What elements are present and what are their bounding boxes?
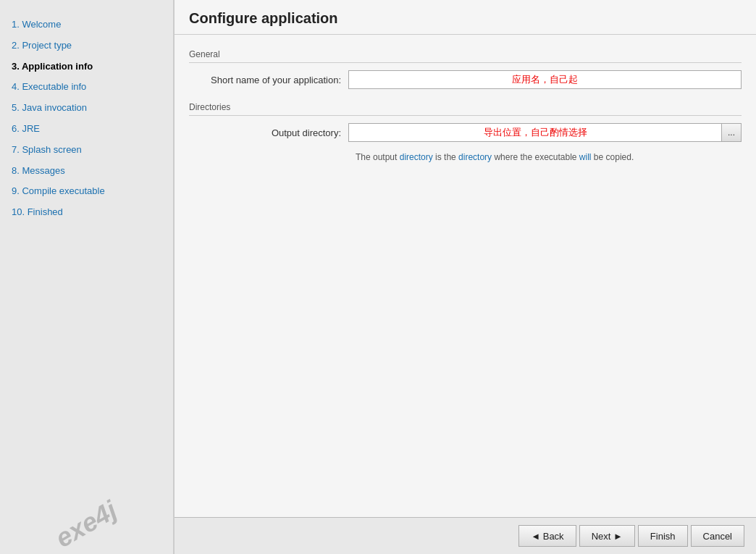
page-title: Configure application [189,10,742,27]
output-dir-hint: The output directory is the directory wh… [356,152,742,162]
cancel-button[interactable]: Cancel [691,525,744,547]
hint-text-part4: be copied. [592,152,634,162]
directories-section: Directories Output directory: ... The ou… [189,102,742,162]
directories-section-label: Directories [189,102,742,116]
sidebar-item-splash-screen[interactable]: 7. Splash screen [7,140,166,161]
hint-text-part2: is the [433,152,458,162]
hint-text-part1: The output [356,152,400,162]
sidebar-item-messages[interactable]: 8. Messages [7,161,166,182]
sidebar-logo: exe4j [0,502,173,547]
sidebar-item-finished[interactable]: 10. Finished [7,202,166,223]
footer-bar: ◄ Back Next ► Finish Cancel [175,517,756,554]
general-section: General Short name of your application: [189,49,742,89]
sidebar: 1. Welcome2. Project type3. Application … [0,0,174,554]
browse-button[interactable]: ... [721,123,742,142]
back-button[interactable]: ◄ Back [518,525,576,547]
sidebar-item-executable-info[interactable]: 4. Executable info [7,77,166,98]
short-name-input[interactable] [348,70,742,89]
sidebar-item-compile-executable[interactable]: 9. Compile executable [7,181,166,202]
content-body: General Short name of your application: … [175,35,756,517]
logo-text: exe4j [51,495,122,553]
sidebar-item-welcome[interactable]: 1. Welcome [7,14,166,35]
sidebar-item-application-info[interactable]: 3. Application info [7,56,166,77]
hint-link-directory2: directory [458,152,492,162]
short-name-label: Short name of your application: [189,75,348,85]
sidebar-item-jre[interactable]: 6. JRE [7,119,166,140]
short-name-row: Short name of your application: [189,70,742,89]
content-header: Configure application [175,0,756,35]
sidebar-item-project-type[interactable]: 2. Project type [7,35,166,56]
output-dir-label: Output directory: [189,127,348,138]
general-section-label: General [189,49,742,63]
hint-link-directory: directory [400,152,433,162]
output-dir-input-group: ... [348,123,742,142]
next-button[interactable]: Next ► [579,525,635,547]
main-container: 1. Welcome2. Project type3. Application … [0,0,756,554]
hint-text-part3: where the executable [492,152,579,162]
finish-button[interactable]: Finish [638,525,688,547]
sidebar-nav: 1. Welcome2. Project type3. Application … [0,7,173,547]
sidebar-item-java-invocation[interactable]: 5. Java invocation [7,98,166,119]
output-dir-input[interactable] [348,123,721,142]
hint-link-will: will [579,152,592,162]
output-dir-row: Output directory: ... [189,123,742,142]
content-area: Configure application General Short name… [174,0,756,554]
